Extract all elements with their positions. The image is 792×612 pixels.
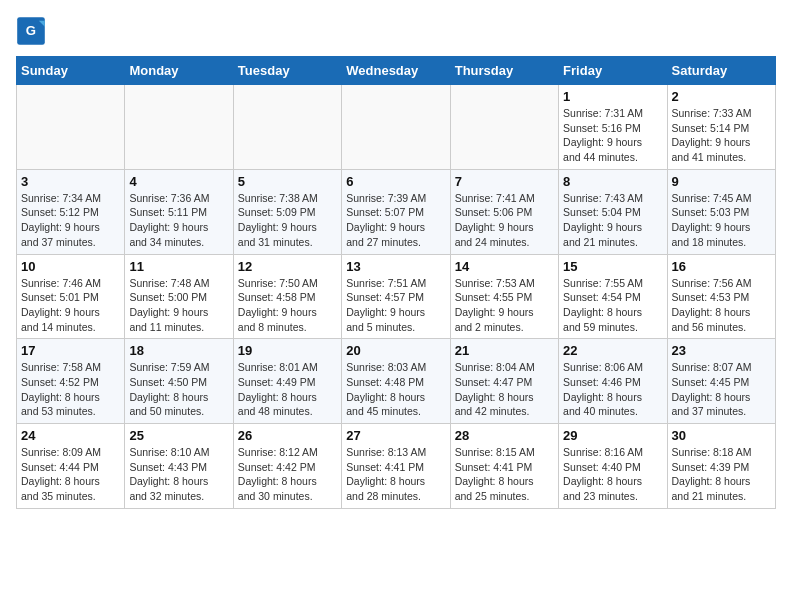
weekday-header-sunday: Sunday — [17, 57, 125, 85]
day-number: 13 — [346, 259, 445, 274]
day-info: Sunrise: 7:46 AM Sunset: 5:01 PM Dayligh… — [21, 276, 120, 335]
day-info: Sunrise: 8:03 AM Sunset: 4:48 PM Dayligh… — [346, 360, 445, 419]
day-info: Sunrise: 7:31 AM Sunset: 5:16 PM Dayligh… — [563, 106, 662, 165]
day-number: 3 — [21, 174, 120, 189]
calendar-week-row: 3Sunrise: 7:34 AM Sunset: 5:12 PM Daylig… — [17, 169, 776, 254]
day-number: 12 — [238, 259, 337, 274]
day-number: 24 — [21, 428, 120, 443]
day-number: 27 — [346, 428, 445, 443]
day-number: 28 — [455, 428, 554, 443]
day-info: Sunrise: 7:39 AM Sunset: 5:07 PM Dayligh… — [346, 191, 445, 250]
day-info: Sunrise: 7:51 AM Sunset: 4:57 PM Dayligh… — [346, 276, 445, 335]
calendar-cell: 2Sunrise: 7:33 AM Sunset: 5:14 PM Daylig… — [667, 85, 775, 170]
day-info: Sunrise: 8:13 AM Sunset: 4:41 PM Dayligh… — [346, 445, 445, 504]
day-info: Sunrise: 7:53 AM Sunset: 4:55 PM Dayligh… — [455, 276, 554, 335]
logo-icon: G — [16, 16, 46, 46]
day-info: Sunrise: 7:58 AM Sunset: 4:52 PM Dayligh… — [21, 360, 120, 419]
calendar-week-row: 17Sunrise: 7:58 AM Sunset: 4:52 PM Dayli… — [17, 339, 776, 424]
calendar-cell: 6Sunrise: 7:39 AM Sunset: 5:07 PM Daylig… — [342, 169, 450, 254]
day-number: 18 — [129, 343, 228, 358]
day-info: Sunrise: 7:59 AM Sunset: 4:50 PM Dayligh… — [129, 360, 228, 419]
calendar-cell: 12Sunrise: 7:50 AM Sunset: 4:58 PM Dayli… — [233, 254, 341, 339]
day-info: Sunrise: 7:38 AM Sunset: 5:09 PM Dayligh… — [238, 191, 337, 250]
day-info: Sunrise: 7:48 AM Sunset: 5:00 PM Dayligh… — [129, 276, 228, 335]
calendar-cell: 22Sunrise: 8:06 AM Sunset: 4:46 PM Dayli… — [559, 339, 667, 424]
calendar-cell: 26Sunrise: 8:12 AM Sunset: 4:42 PM Dayli… — [233, 424, 341, 509]
day-info: Sunrise: 8:12 AM Sunset: 4:42 PM Dayligh… — [238, 445, 337, 504]
day-number: 9 — [672, 174, 771, 189]
calendar-cell: 25Sunrise: 8:10 AM Sunset: 4:43 PM Dayli… — [125, 424, 233, 509]
day-info: Sunrise: 8:09 AM Sunset: 4:44 PM Dayligh… — [21, 445, 120, 504]
day-number: 2 — [672, 89, 771, 104]
calendar-cell: 24Sunrise: 8:09 AM Sunset: 4:44 PM Dayli… — [17, 424, 125, 509]
day-info: Sunrise: 7:34 AM Sunset: 5:12 PM Dayligh… — [21, 191, 120, 250]
day-number: 10 — [21, 259, 120, 274]
calendar-cell: 15Sunrise: 7:55 AM Sunset: 4:54 PM Dayli… — [559, 254, 667, 339]
calendar-cell: 29Sunrise: 8:16 AM Sunset: 4:40 PM Dayli… — [559, 424, 667, 509]
calendar-cell: 16Sunrise: 7:56 AM Sunset: 4:53 PM Dayli… — [667, 254, 775, 339]
calendar-cell: 13Sunrise: 7:51 AM Sunset: 4:57 PM Dayli… — [342, 254, 450, 339]
weekday-header-monday: Monday — [125, 57, 233, 85]
day-info: Sunrise: 8:15 AM Sunset: 4:41 PM Dayligh… — [455, 445, 554, 504]
calendar-week-row: 24Sunrise: 8:09 AM Sunset: 4:44 PM Dayli… — [17, 424, 776, 509]
day-info: Sunrise: 7:55 AM Sunset: 4:54 PM Dayligh… — [563, 276, 662, 335]
day-number: 14 — [455, 259, 554, 274]
weekday-header-tuesday: Tuesday — [233, 57, 341, 85]
day-info: Sunrise: 8:16 AM Sunset: 4:40 PM Dayligh… — [563, 445, 662, 504]
calendar-cell: 8Sunrise: 7:43 AM Sunset: 5:04 PM Daylig… — [559, 169, 667, 254]
calendar-cell — [125, 85, 233, 170]
calendar-cell: 5Sunrise: 7:38 AM Sunset: 5:09 PM Daylig… — [233, 169, 341, 254]
day-info: Sunrise: 8:04 AM Sunset: 4:47 PM Dayligh… — [455, 360, 554, 419]
weekday-header-friday: Friday — [559, 57, 667, 85]
calendar-cell: 28Sunrise: 8:15 AM Sunset: 4:41 PM Dayli… — [450, 424, 558, 509]
day-number: 11 — [129, 259, 228, 274]
day-info: Sunrise: 8:10 AM Sunset: 4:43 PM Dayligh… — [129, 445, 228, 504]
day-info: Sunrise: 7:50 AM Sunset: 4:58 PM Dayligh… — [238, 276, 337, 335]
calendar-cell: 4Sunrise: 7:36 AM Sunset: 5:11 PM Daylig… — [125, 169, 233, 254]
calendar-cell: 10Sunrise: 7:46 AM Sunset: 5:01 PM Dayli… — [17, 254, 125, 339]
day-info: Sunrise: 7:36 AM Sunset: 5:11 PM Dayligh… — [129, 191, 228, 250]
day-number: 20 — [346, 343, 445, 358]
calendar-cell: 7Sunrise: 7:41 AM Sunset: 5:06 PM Daylig… — [450, 169, 558, 254]
day-info: Sunrise: 7:41 AM Sunset: 5:06 PM Dayligh… — [455, 191, 554, 250]
calendar-cell: 20Sunrise: 8:03 AM Sunset: 4:48 PM Dayli… — [342, 339, 450, 424]
calendar-cell: 3Sunrise: 7:34 AM Sunset: 5:12 PM Daylig… — [17, 169, 125, 254]
calendar-cell: 23Sunrise: 8:07 AM Sunset: 4:45 PM Dayli… — [667, 339, 775, 424]
calendar-cell — [233, 85, 341, 170]
day-number: 1 — [563, 89, 662, 104]
day-number: 8 — [563, 174, 662, 189]
day-number: 19 — [238, 343, 337, 358]
calendar-header-row: SundayMondayTuesdayWednesdayThursdayFrid… — [17, 57, 776, 85]
day-info: Sunrise: 7:45 AM Sunset: 5:03 PM Dayligh… — [672, 191, 771, 250]
calendar-cell: 30Sunrise: 8:18 AM Sunset: 4:39 PM Dayli… — [667, 424, 775, 509]
calendar-cell: 27Sunrise: 8:13 AM Sunset: 4:41 PM Dayli… — [342, 424, 450, 509]
weekday-header-saturday: Saturday — [667, 57, 775, 85]
day-info: Sunrise: 8:01 AM Sunset: 4:49 PM Dayligh… — [238, 360, 337, 419]
day-number: 26 — [238, 428, 337, 443]
calendar-cell: 19Sunrise: 8:01 AM Sunset: 4:49 PM Dayli… — [233, 339, 341, 424]
day-number: 29 — [563, 428, 662, 443]
day-number: 15 — [563, 259, 662, 274]
calendar-week-row: 1Sunrise: 7:31 AM Sunset: 5:16 PM Daylig… — [17, 85, 776, 170]
day-number: 17 — [21, 343, 120, 358]
day-info: Sunrise: 7:43 AM Sunset: 5:04 PM Dayligh… — [563, 191, 662, 250]
day-number: 6 — [346, 174, 445, 189]
day-info: Sunrise: 8:18 AM Sunset: 4:39 PM Dayligh… — [672, 445, 771, 504]
calendar-cell — [17, 85, 125, 170]
calendar-week-row: 10Sunrise: 7:46 AM Sunset: 5:01 PM Dayli… — [17, 254, 776, 339]
calendar-cell: 17Sunrise: 7:58 AM Sunset: 4:52 PM Dayli… — [17, 339, 125, 424]
calendar-cell: 18Sunrise: 7:59 AM Sunset: 4:50 PM Dayli… — [125, 339, 233, 424]
day-number: 5 — [238, 174, 337, 189]
day-number: 21 — [455, 343, 554, 358]
day-info: Sunrise: 7:33 AM Sunset: 5:14 PM Dayligh… — [672, 106, 771, 165]
day-number: 25 — [129, 428, 228, 443]
calendar-table: SundayMondayTuesdayWednesdayThursdayFrid… — [16, 56, 776, 509]
calendar-cell — [450, 85, 558, 170]
svg-text:G: G — [26, 23, 36, 38]
day-number: 16 — [672, 259, 771, 274]
day-number: 23 — [672, 343, 771, 358]
day-info: Sunrise: 7:56 AM Sunset: 4:53 PM Dayligh… — [672, 276, 771, 335]
logo: G — [16, 16, 50, 46]
weekday-header-thursday: Thursday — [450, 57, 558, 85]
day-number: 30 — [672, 428, 771, 443]
